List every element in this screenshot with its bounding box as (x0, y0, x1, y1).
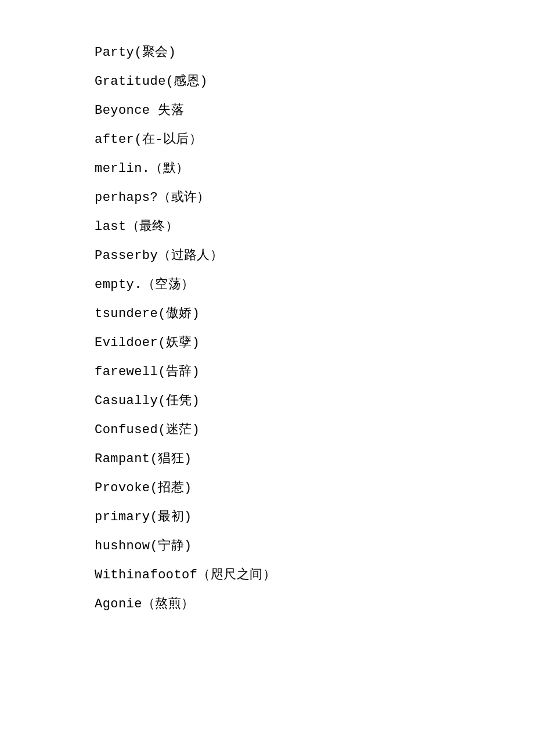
list-item: Passerby（过路人） (95, 250, 534, 262)
list-item: Evildoer(妖孽) (95, 337, 534, 350)
list-item: Party(聚会) (95, 46, 534, 59)
list-item: hushnow(宁静) (95, 540, 534, 553)
list-item: empty.（空荡） (95, 279, 534, 291)
list-item: Rampant(猖狂) (95, 453, 534, 466)
list-item: primary(最初) (95, 511, 534, 524)
list-item: Provoke(招惹) (95, 482, 534, 495)
list-item: farewell(告辞) (95, 366, 534, 379)
list-item: Withinafootof（咫尺之间） (95, 569, 534, 582)
main-list: Party(聚会)Gratitude(感恩)Beyonce 失落after(在-… (0, 0, 534, 674)
list-item: last（最终） (95, 221, 534, 233)
list-item: Gratitude(感恩) (95, 75, 534, 88)
list-item: tsundere(傲娇) (95, 308, 534, 321)
list-item: after(在-以后） (95, 134, 534, 146)
list-item: Confused(迷茫) (95, 424, 534, 437)
list-item: Beyonce 失落 (95, 105, 534, 117)
list-item: Agonie（熬煎） (95, 598, 534, 611)
list-item: perhaps?（或许） (95, 192, 534, 204)
list-item: Casually(任凭) (95, 395, 534, 408)
list-item: merlin.（默） (95, 163, 534, 175)
